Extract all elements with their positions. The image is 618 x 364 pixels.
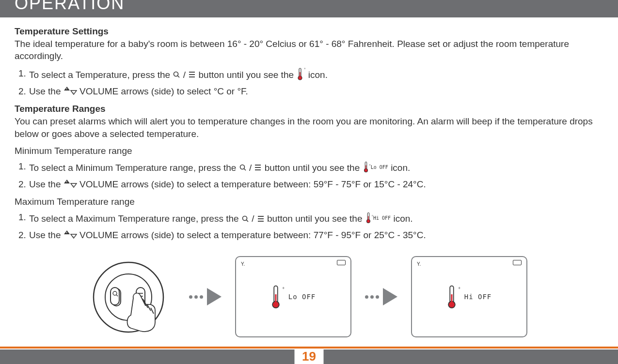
svg-text:-: - <box>73 234 74 238</box>
slash: / <box>249 163 254 173</box>
temp-settings-steps: 1. To select a Temperature, press the / … <box>15 67 603 98</box>
menu-icon <box>188 69 196 82</box>
header-bar: OPERATION <box>0 0 618 17</box>
menu-icon <box>254 162 262 175</box>
battery-icon <box>337 260 346 265</box>
antenna-icon: Y. <box>241 261 245 268</box>
section-title-temp-settings: Temperature Settings <box>15 25 603 38</box>
svg-rect-28 <box>111 288 119 305</box>
magnify-icon <box>173 69 180 82</box>
step-text: button until you see the <box>267 213 365 224</box>
degree-mark: ° <box>459 286 460 293</box>
degree-mark: ° <box>283 286 285 293</box>
slash: / <box>252 213 257 224</box>
arrow-progression-icon <box>189 288 222 305</box>
step-text: VOLUME arrows (side) to select a tempera… <box>79 230 426 240</box>
svg-rect-40 <box>275 294 276 305</box>
step-number: 1. <box>18 211 26 224</box>
step-text: To select a Minimum Temperature range, p… <box>29 163 239 173</box>
screen-preview-hi: Y. ° Hi OFF <box>411 256 527 337</box>
screen-content: ° Hi OFF <box>447 282 492 311</box>
step-number: 1. <box>18 67 26 80</box>
volume-arrows-icon: + - <box>63 179 77 191</box>
step-text: button until you see the <box>199 70 297 80</box>
temp-settings-intro: The ideal temperature for a baby's room … <box>15 38 603 62</box>
step-item: 1. To select a Maximum Temperature range… <box>18 211 603 228</box>
step-item: 1. To select a Minimum Temperature range… <box>18 160 603 177</box>
hand-press-illustration <box>91 259 175 334</box>
svg-text:-: - <box>73 91 74 94</box>
battery-icon <box>513 260 522 265</box>
step-text: Use the <box>29 179 63 189</box>
step-number: 1. <box>18 160 26 173</box>
arrow-progression-icon <box>365 288 397 305</box>
volume-arrows-icon: + - <box>63 229 77 242</box>
step-number: 2. <box>18 85 26 98</box>
magnify-icon <box>239 162 247 175</box>
screen-label: Lo OFF <box>288 292 316 302</box>
step-text: VOLUME arrows (side) to select °C or °F. <box>79 86 248 96</box>
step-item: 2. Use the + - VOLUME arrows (side) to s… <box>18 229 603 242</box>
svg-text:+: + <box>65 180 67 183</box>
step-item: 2. Use the + - VOLUME arrows (side) to s… <box>18 178 603 191</box>
svg-rect-43 <box>451 294 452 305</box>
thermometer-lo-off-icon: °Lo OFF <box>363 160 388 177</box>
step-text: To select a Maximum Temperature range, p… <box>29 213 241 224</box>
step-text: VOLUME arrows (side) to select a tempera… <box>79 179 426 189</box>
svg-text:-: - <box>73 183 74 187</box>
max-temp-steps: 1. To select a Maximum Temperature range… <box>15 211 603 242</box>
step-number: 2. <box>18 229 26 242</box>
step-item: 1. To select a Temperature, press the / … <box>18 67 603 84</box>
section-title-temp-ranges: Temperature Ranges <box>15 103 603 115</box>
temp-ranges-intro: You can preset alarms which will alert y… <box>15 115 603 140</box>
step-text: icon. <box>393 213 412 224</box>
step-text: icon. <box>308 70 328 80</box>
page-number: 19 <box>294 349 324 364</box>
min-temp-steps: 1. To select a Minimum Temperature range… <box>15 160 603 191</box>
magnify-icon <box>241 213 249 226</box>
step-text: icon. <box>391 163 410 173</box>
step-item: 2. Use the + - VOLUME arrows (side) to s… <box>18 85 603 98</box>
page-title: OPERATION <box>15 0 125 14</box>
screen-preview-lo: Y. ° Lo OFF <box>235 256 351 337</box>
footer-accent-bar <box>0 347 618 349</box>
step-text: Use the <box>29 230 63 240</box>
step-text: Use the <box>29 86 63 96</box>
max-temp-title: Maximum Temperature range <box>15 196 603 208</box>
step-text: button until you see the <box>265 163 363 173</box>
slash: / <box>183 70 189 80</box>
content-area: Temperature Settings The ideal temperatu… <box>0 17 618 337</box>
antenna-icon: Y. <box>417 261 421 268</box>
screen-content: ° Lo OFF <box>271 282 316 311</box>
thermometer-icon: ° <box>296 67 305 84</box>
instruction-diagram: Y. ° Lo OFF Y. <box>15 256 603 337</box>
volume-arrows-icon: + - <box>63 86 77 98</box>
svg-text:+: + <box>65 87 67 91</box>
screen-label: Hi OFF <box>464 292 492 302</box>
thermometer-hi-off-icon: °Hi OFF <box>365 211 391 228</box>
step-number: 2. <box>18 178 26 191</box>
menu-icon <box>257 213 265 226</box>
svg-text:+: + <box>65 231 67 234</box>
min-temp-title: Minimum Temperature range <box>15 145 603 157</box>
step-text: To select a Temperature, press the <box>29 70 173 80</box>
